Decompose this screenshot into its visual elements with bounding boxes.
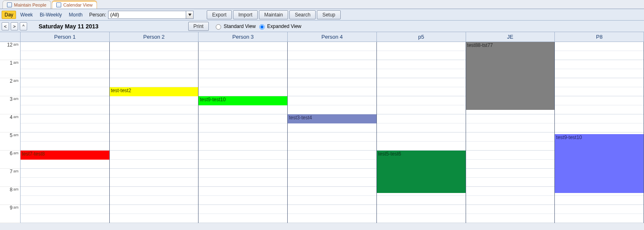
time-slot[interactable]: [110, 114, 199, 123]
calendar-event[interactable]: test5-test6: [377, 151, 466, 193]
time-slot[interactable]: [21, 51, 109, 60]
time-slot[interactable]: [199, 132, 287, 142]
time-slot[interactable]: [199, 160, 287, 169]
time-slot[interactable]: [199, 178, 287, 187]
time-slot[interactable]: [288, 205, 376, 214]
time-slot[interactable]: [21, 78, 109, 87]
next-day-button[interactable]: >: [11, 22, 18, 30]
time-slot[interactable]: [466, 205, 555, 214]
time-slot[interactable]: [377, 87, 466, 96]
time-slot[interactable]: [555, 123, 644, 132]
time-slot[interactable]: [21, 60, 109, 69]
view-day-button[interactable]: Day: [2, 11, 16, 19]
time-slot[interactable]: [466, 160, 555, 169]
time-slot[interactable]: [21, 187, 109, 196]
time-slot[interactable]: [466, 178, 555, 187]
standard-view-radio[interactable]: Standard View: [214, 23, 256, 30]
time-slot[interactable]: [110, 151, 199, 160]
time-slot[interactable]: [110, 69, 199, 78]
person-column[interactable]: test7-test8: [21, 42, 110, 223]
time-slot[interactable]: [199, 42, 287, 51]
time-slot[interactable]: [110, 96, 199, 105]
time-slot[interactable]: [555, 196, 644, 205]
time-slot[interactable]: [199, 214, 287, 223]
time-slot[interactable]: [288, 160, 376, 169]
time-slot[interactable]: [288, 187, 376, 196]
time-slot[interactable]: [110, 123, 199, 132]
time-slot[interactable]: [377, 96, 466, 105]
time-slot[interactable]: [555, 96, 644, 105]
time-slot[interactable]: [377, 78, 466, 87]
maintain-button[interactable]: Maintain: [259, 10, 288, 19]
time-slot[interactable]: [555, 114, 644, 123]
time-slot[interactable]: [21, 69, 109, 78]
calendar-event[interactable]: test88-tst77: [466, 42, 555, 110]
prev-day-button[interactable]: <: [2, 22, 9, 30]
time-slot[interactable]: [555, 105, 644, 114]
time-slot[interactable]: [21, 42, 109, 51]
time-slot[interactable]: [21, 114, 109, 123]
calendar-event[interactable]: test9-test10: [199, 96, 287, 105]
time-slot[interactable]: [377, 205, 466, 214]
person-column[interactable]: test3-test4: [288, 42, 377, 223]
calendar-event[interactable]: test3-test4: [288, 114, 376, 123]
time-slot[interactable]: [199, 114, 287, 123]
time-slot[interactable]: [555, 51, 644, 60]
time-slot[interactable]: [288, 78, 376, 87]
time-slot[interactable]: [555, 69, 644, 78]
view-week-button[interactable]: Week: [17, 11, 35, 19]
time-slot[interactable]: [466, 142, 555, 151]
time-slot[interactable]: [199, 78, 287, 87]
time-slot[interactable]: [466, 151, 555, 160]
time-slot[interactable]: [110, 178, 199, 187]
time-slot[interactable]: [21, 178, 109, 187]
person-filter-select[interactable]: (All): [108, 11, 186, 19]
time-slot[interactable]: [199, 196, 287, 205]
time-slot[interactable]: [110, 196, 199, 205]
time-slot[interactable]: [288, 69, 376, 78]
time-slot[interactable]: [21, 87, 109, 96]
tab-maintain-people[interactable]: Maintain People: [2, 0, 51, 9]
time-slot[interactable]: [21, 96, 109, 105]
time-slot[interactable]: [288, 105, 376, 114]
time-slot[interactable]: [21, 142, 109, 151]
time-slot[interactable]: [555, 205, 644, 214]
time-slot[interactable]: [377, 69, 466, 78]
time-slot[interactable]: [110, 51, 199, 60]
time-slot[interactable]: [288, 87, 376, 96]
time-slot[interactable]: [110, 214, 199, 223]
time-slot[interactable]: [377, 132, 466, 142]
time-slot[interactable]: [555, 78, 644, 87]
person-column[interactable]: test88-tst77: [466, 42, 555, 223]
time-slot[interactable]: [377, 51, 466, 60]
time-slot[interactable]: [199, 187, 287, 196]
expanded-view-radio[interactable]: Expanded View: [257, 23, 301, 30]
time-slot[interactable]: [288, 214, 376, 223]
time-slot[interactable]: [466, 169, 555, 178]
time-slot[interactable]: [288, 60, 376, 69]
print-button[interactable]: Print: [188, 22, 209, 31]
person-column[interactable]: test5-test6: [377, 42, 466, 223]
time-slot[interactable]: [288, 142, 376, 151]
standard-view-radio-input[interactable]: [216, 24, 221, 30]
time-slot[interactable]: [288, 178, 376, 187]
time-slot[interactable]: [199, 60, 287, 69]
time-slot[interactable]: [466, 114, 555, 123]
time-slot[interactable]: [466, 123, 555, 132]
time-slot[interactable]: [466, 132, 555, 142]
time-slot[interactable]: [199, 87, 287, 96]
time-slot[interactable]: [110, 60, 199, 69]
time-slot[interactable]: [377, 196, 466, 205]
time-slot[interactable]: [110, 42, 199, 51]
calendar-event[interactable]: test7-test8: [21, 151, 109, 160]
time-slot[interactable]: [21, 214, 109, 223]
time-slot[interactable]: [199, 105, 287, 114]
time-slot[interactable]: [21, 105, 109, 114]
time-slot[interactable]: [110, 105, 199, 114]
time-slot[interactable]: [110, 187, 199, 196]
time-slot[interactable]: [110, 205, 199, 214]
time-slot[interactable]: [199, 205, 287, 214]
time-slot[interactable]: [555, 214, 644, 223]
time-slot[interactable]: [288, 96, 376, 105]
time-slot[interactable]: [110, 169, 199, 178]
